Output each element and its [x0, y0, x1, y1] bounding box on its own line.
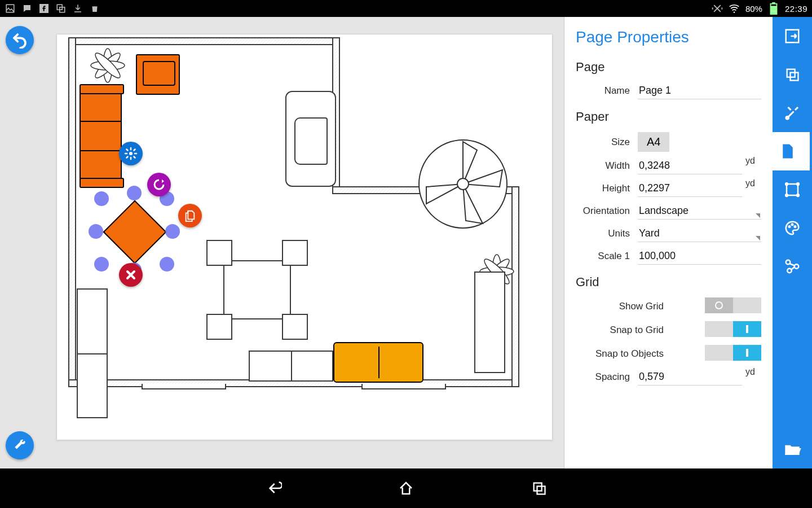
- size-label: Size: [576, 137, 638, 148]
- floorplan-ceiling-fan[interactable]: [415, 136, 511, 232]
- snapobj-label: Snap to Objects: [576, 348, 672, 360]
- floorplan-tv[interactable]: [285, 91, 336, 187]
- drawing-canvas[interactable]: [56, 34, 553, 440]
- facebook-icon: [38, 3, 50, 14]
- rail-page-button[interactable]: [766, 132, 810, 170]
- nav-back-button[interactable]: [263, 478, 283, 498]
- battery-percent: 80%: [745, 4, 762, 14]
- snapgrid-toggle[interactable]: [705, 321, 761, 337]
- scale-input[interactable]: 100,000: [638, 248, 761, 265]
- floorplan-chair-selected[interactable]: [103, 200, 166, 264]
- object-settings-button[interactable]: [119, 142, 143, 165]
- svg-point-27: [797, 194, 800, 197]
- svg-point-29: [791, 224, 793, 226]
- wifi-icon: [729, 3, 740, 14]
- download-icon: [72, 3, 83, 14]
- svg-point-25: [797, 183, 800, 186]
- svg-rect-7: [772, 2, 775, 4]
- name-label: Name: [576, 85, 638, 97]
- spacing-unit: yd: [745, 367, 761, 377]
- scale-label: Scale 1: [576, 251, 638, 262]
- spacing-input[interactable]: 0,579: [638, 369, 742, 386]
- floorplan-loveseat[interactable]: [333, 342, 423, 383]
- orientation-label: Orientation: [576, 205, 638, 217]
- rail-palette-button[interactable]: [773, 209, 812, 247]
- options-button[interactable]: [6, 431, 34, 459]
- snapobj-toggle[interactable]: [705, 345, 761, 361]
- resize-handle-n[interactable]: [127, 186, 142, 200]
- rail-export-button[interactable]: [773, 17, 812, 55]
- name-input[interactable]: Page 1: [638, 82, 761, 99]
- app-surface: Page Properties Page Name Page 1 Paper S…: [0, 17, 812, 468]
- shop-icon: [89, 3, 100, 14]
- section-paper-heading: Paper: [576, 110, 761, 124]
- rail-copy-button[interactable]: [773, 55, 812, 94]
- width-unit: yd: [745, 156, 761, 166]
- nav-recents-button[interactable]: [529, 478, 549, 498]
- object-rotate-button[interactable]: [147, 173, 171, 196]
- height-input[interactable]: 0,2297: [638, 180, 742, 197]
- clock: 22:39: [785, 4, 807, 14]
- orientation-select[interactable]: Landscape: [638, 203, 761, 220]
- svg-point-26: [785, 194, 788, 197]
- floorplan-bookshelf[interactable]: [474, 271, 505, 373]
- svg-point-30: [794, 226, 796, 228]
- floorplan-armchair[interactable]: [136, 54, 180, 95]
- section-page-heading: Page: [576, 60, 761, 75]
- svg-point-17: [457, 178, 469, 190]
- snapgrid-label: Snap to Grid: [576, 325, 672, 336]
- showgrid-toggle[interactable]: [705, 297, 761, 313]
- svg-point-24: [785, 183, 788, 186]
- spacing-label: Spacing: [576, 371, 638, 383]
- height-label: Height: [576, 183, 638, 194]
- width-input[interactable]: 0,3248: [638, 157, 742, 174]
- floorplan-cabinet[interactable]: [77, 288, 108, 418]
- svg-point-28: [788, 226, 791, 228]
- width-label: Width: [576, 160, 638, 172]
- resize-handle-e[interactable]: [165, 224, 180, 239]
- object-copy-button[interactable]: [178, 204, 202, 227]
- units-label: Units: [576, 228, 638, 239]
- resize-handle-w[interactable]: [89, 224, 103, 239]
- chat-icon: [21, 3, 33, 14]
- selected-object[interactable]: [95, 192, 174, 271]
- battery-icon: [768, 3, 779, 14]
- android-nav-bar: [0, 468, 812, 508]
- rail-open-button[interactable]: [773, 430, 812, 468]
- section-grid-heading: Grid: [576, 275, 761, 290]
- size-select[interactable]: A4: [638, 132, 669, 152]
- rail-shapehandles-button[interactable]: [773, 170, 812, 209]
- vibrate-icon: [712, 3, 723, 14]
- nav-home-button[interactable]: [396, 478, 416, 498]
- height-unit: yd: [745, 178, 761, 189]
- panel-title: Page Properties: [576, 28, 761, 46]
- gallery-icon: [5, 3, 16, 14]
- svg-rect-6: [770, 6, 776, 14]
- resize-handle-se[interactable]: [160, 257, 174, 271]
- floorplan-console[interactable]: [249, 351, 333, 382]
- resize-handle-nw[interactable]: [94, 191, 109, 206]
- rail-connection-button[interactable]: [773, 247, 812, 286]
- svg-point-18: [129, 152, 133, 155]
- undo-button[interactable]: [6, 26, 34, 54]
- resize-handle-sw[interactable]: [94, 257, 109, 271]
- copy-status-icon: [55, 3, 67, 14]
- svg-point-4: [734, 11, 735, 13]
- showgrid-label: Show Grid: [576, 301, 672, 312]
- floorplan-sofa[interactable]: [80, 91, 122, 181]
- tool-rail: [773, 17, 812, 468]
- android-status-bar: 80% 22:39: [0, 0, 812, 17]
- svg-rect-34: [534, 483, 542, 491]
- svg-rect-23: [787, 184, 798, 195]
- properties-panel: Page Properties Page Name Page 1 Paper S…: [564, 17, 773, 468]
- floorplan-dining-set[interactable]: [201, 243, 314, 336]
- units-select[interactable]: Yard: [638, 225, 761, 242]
- rail-tools-button[interactable]: [773, 94, 812, 132]
- floorplan-plant[interactable]: [85, 43, 130, 88]
- object-delete-button[interactable]: [119, 263, 143, 287]
